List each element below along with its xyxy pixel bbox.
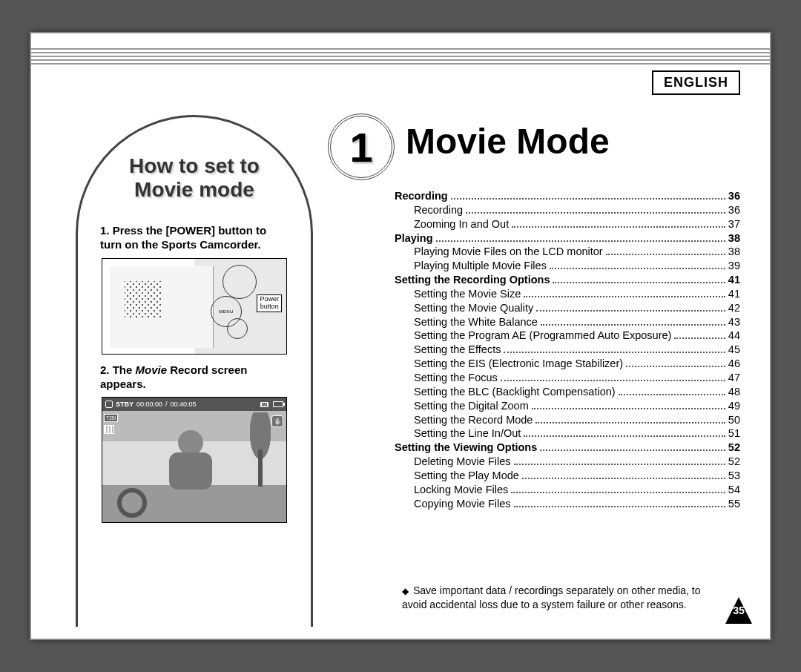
toc-page-number: 42 [728, 301, 740, 315]
howto-title: How to set to Movie mode [96, 154, 293, 202]
toc-label: Setting the Line In/Out [414, 426, 521, 441]
toc-label: Playing [395, 231, 433, 246]
toc-page-number: 38 [728, 231, 740, 246]
toc-page-number: 41 [728, 287, 740, 301]
toc-page-number: 44 [728, 329, 740, 343]
toc-entry: Locking Movie Files54 [395, 483, 740, 497]
toc-entry: Setting the Movie Size41 [395, 287, 740, 301]
toc-leader-dots [532, 408, 725, 409]
toc-label: Recording [395, 189, 448, 203]
toc-leader-dots [436, 240, 725, 242]
language-badge: ENGLISH [652, 70, 740, 95]
toc-label: Deleting Movie Files [414, 455, 511, 469]
toc-page-number: 39 [728, 259, 740, 273]
toc-leader-dots [550, 268, 725, 269]
howto-title-line2: Movie mode [134, 178, 254, 201]
toc-label: Playing Multiple Movie Files [414, 259, 547, 273]
toc-page-number: 49 [728, 399, 740, 413]
footer-note: ◆Save important data / recordings separa… [402, 584, 718, 612]
toc-leader-dots [501, 380, 725, 381]
toc-entry: Setting the Record Mode50 [395, 413, 740, 427]
toc-page-number: 46 [728, 357, 740, 371]
toc-page-number: 38 [728, 245, 740, 259]
toc-leader-dots [451, 198, 725, 200]
toc-leader-dots [524, 435, 725, 437]
toc-label: Setting the White Balance [414, 315, 538, 329]
lcd-left-icons: 720i [104, 414, 118, 434]
toc-leader-dots [514, 464, 725, 465]
toc-entry: Setting the Line In/Out51 [395, 426, 740, 441]
toc-leader-dots [522, 478, 725, 479]
lcd-preview: STBY 00:00:00 / 00:40:05 IN 720i ✋ [102, 397, 287, 523]
toc-label: Setting the Movie Size [414, 287, 521, 301]
toc-leader-dots [626, 366, 725, 367]
toc-entry: Playing Multiple Movie Files39 [395, 259, 740, 273]
toc-leader-dots [540, 449, 725, 451]
toc-label: Zooming In and Out [414, 217, 509, 231]
toc-entry: Setting the Digital Zoom49 [395, 399, 740, 413]
toc-heading: Setting the Viewing Options52 [395, 441, 740, 455]
toc-label: Setting the Focus [414, 371, 498, 385]
toc-label: Playing Movie Files on the LCD monitor [414, 245, 603, 259]
speaker-grille-icon [125, 281, 162, 318]
toc-label: Setting the Record Mode [414, 413, 533, 427]
toc-page-number: 50 [728, 413, 740, 427]
toc-label: Setting the Recording Options [395, 273, 550, 287]
toc-entry: Setting the Focus47 [395, 371, 740, 385]
lcd-elapsed: 00:00:00 [136, 401, 162, 408]
toc-entry: Recording36 [395, 203, 740, 217]
toc-label: Setting the Digital Zoom [414, 399, 529, 413]
note-text: Save important data / recordings separat… [402, 584, 701, 610]
toc-leader-dots [512, 226, 725, 228]
toc-heading: Recording36 [395, 189, 740, 203]
toc-leader-dots [524, 296, 725, 297]
toc-page-number: 36 [728, 203, 740, 217]
lcd-topbar: STBY 00:00:00 / 00:40:05 IN [102, 398, 286, 411]
toc-leader-dots [553, 282, 725, 283]
toc-label: Setting the Viewing Options [395, 441, 537, 455]
toc-leader-dots [511, 492, 725, 493]
scene-wheel [117, 488, 147, 518]
step-1-text: 1. Press the [POWER] button to turn on t… [100, 224, 289, 252]
toc-entry: Deleting Movie Files52 [395, 455, 740, 469]
toc-heading: Playing38 [395, 231, 740, 246]
toc-entry: Setting the Movie Quality42 [395, 301, 740, 315]
page-number: 35 [733, 605, 745, 616]
toc-label: Copying Movie Files [414, 497, 511, 511]
power-dial-icon [222, 265, 257, 299]
toc-label: Setting the Movie Quality [414, 301, 533, 315]
camcorder-icon [105, 401, 113, 408]
toc-page-number: 51 [728, 426, 740, 441]
toc-entry: Setting the White Balance43 [395, 315, 740, 329]
toc-label: Setting the BLC (Backlight Compensation) [414, 385, 616, 399]
toc-label: Setting the Effects [414, 343, 501, 357]
toc-leader-dots [606, 254, 725, 255]
step-2-text: 2. The Movie Record screen appears. [100, 363, 289, 392]
scene-child [147, 426, 236, 515]
toc-page-number: 55 [728, 497, 740, 511]
howto-title-line1: How to set to [129, 154, 260, 177]
camcorder-diagram: Power button [102, 258, 287, 355]
chapter-title: Movie Mode [406, 121, 610, 162]
toc-label: Setting the Program AE (Programmed Auto … [414, 329, 671, 343]
toc-entry: Setting the Effects45 [395, 343, 740, 357]
decorative-stripes [31, 48, 770, 65]
toc-entry: Setting the EIS (Electronic Image Stabil… [395, 357, 740, 371]
toc-page-number: 37 [728, 217, 740, 231]
toc-entry: Setting the Program AE (Programmed Auto … [395, 329, 740, 343]
manual-page: ENGLISH How to set to Movie mode 1. Pres… [30, 32, 771, 640]
toc-page-number: 53 [728, 469, 740, 483]
toc-leader-dots [541, 324, 725, 326]
toc-leader-dots [536, 310, 725, 312]
toc-leader-dots [514, 506, 725, 507]
toc-label: Setting the Play Mode [414, 469, 519, 483]
toc-leader-dots [535, 422, 725, 424]
battery-icon [273, 401, 283, 407]
toc-page-number: 45 [728, 343, 740, 357]
toc-label: Locking Movie Files [414, 483, 508, 497]
toc-page-number: 41 [728, 273, 740, 287]
page-number-badge: 35 [724, 596, 754, 625]
toc-leader-dots [466, 212, 725, 214]
toc-label: Setting the EIS (Electronic Image Stabil… [414, 357, 623, 371]
toc-page-number: 43 [728, 315, 740, 329]
